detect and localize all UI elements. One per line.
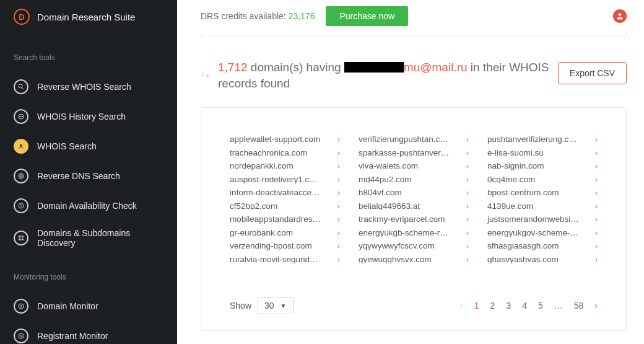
domain-link[interactable]: md44pu2.com› bbox=[359, 173, 469, 187]
svg-rect-13 bbox=[22, 239, 24, 240]
domain-link[interactable]: gr-eurobank.com› bbox=[230, 226, 340, 240]
chevron-right-icon: › bbox=[466, 229, 469, 237]
chevron-right-icon: › bbox=[595, 189, 598, 196]
domain-link[interactable]: energyukgov-scheme-…› bbox=[487, 226, 598, 240]
sidebar-item-domains-subdomains-discovery[interactable]: Domains & Subdomains Discovery bbox=[0, 221, 177, 255]
pager-ellipsis: … bbox=[554, 301, 563, 311]
app-logo-icon: D bbox=[14, 9, 30, 25]
svg-point-4 bbox=[20, 116, 22, 117]
register-icon: R bbox=[14, 198, 28, 213]
chevron-right-icon: › bbox=[595, 256, 598, 263]
domain-link[interactable]: inform-deactivateacce…› bbox=[230, 186, 340, 200]
sidebar-header: D Domain Research Suite bbox=[0, 0, 177, 36]
pager-page-2[interactable]: 2 bbox=[490, 301, 495, 311]
domain-name: energyukgov-scheme-… bbox=[487, 229, 578, 237]
sidebar-item-reverse-dns-search[interactable]: Reverse DNS Search bbox=[0, 161, 177, 191]
page-size-select[interactable]: 30 ▼ bbox=[258, 297, 293, 314]
result-count: 1,712 bbox=[218, 61, 248, 74]
domain-link[interactable]: auspost-redelivery1.c…› bbox=[230, 173, 340, 187]
chevron-right-icon: › bbox=[337, 162, 340, 170]
page-size-group: Show 30 ▼ bbox=[230, 297, 294, 314]
export-csv-button[interactable]: Export CSV bbox=[558, 62, 627, 84]
domain-link[interactable]: verzending-bpost.com› bbox=[230, 239, 340, 253]
domain-link[interactable]: belialq449663.at› bbox=[359, 200, 469, 213]
domain-name: 0cq4me.com bbox=[487, 175, 535, 184]
domain-link[interactable]: nab-signin.com› bbox=[487, 159, 598, 173]
registrant-icon: $ bbox=[14, 329, 28, 343]
domain-link[interactable]: yqywywwyfcscv.com› bbox=[359, 239, 469, 253]
domain-link[interactable]: energyukgb-scheme-r…› bbox=[359, 226, 469, 240]
domain-link[interactable]: viva-walets.com› bbox=[359, 159, 469, 173]
nav-label: Domain Availability Check bbox=[37, 201, 137, 211]
chevron-right-icon: › bbox=[595, 203, 598, 210]
domain-link[interactable]: pushtanverifizierung.c…› bbox=[487, 133, 598, 146]
domain-link[interactable]: verifizierungpushtan.c…› bbox=[359, 133, 469, 146]
domain-name: h804vf.com bbox=[359, 188, 402, 197]
sidebar-item-registrant-monitor[interactable]: $Registrant Monitor bbox=[0, 321, 177, 344]
caret-down-icon: ▼ bbox=[281, 302, 287, 309]
domain-link[interactable]: tracheachronica.com› bbox=[230, 146, 340, 160]
main-area: DRS credits available: 23,176 Purchase n… bbox=[177, 0, 644, 344]
domain-name: auspost-redelivery1.c… bbox=[230, 175, 318, 184]
domain-link[interactable]: trackmy-evriparcel.com› bbox=[359, 213, 469, 226]
chevron-right-icon: › bbox=[337, 136, 340, 143]
domain-link[interactable]: ghasvyashvas.com› bbox=[487, 253, 598, 267]
sidebar-item-domain-monitor[interactable]: Domain Monitor bbox=[0, 291, 177, 321]
domain-link[interactable]: gyewuqghvsvx.com› bbox=[359, 253, 469, 267]
domain-link[interactable]: sfhasgiasasgh.com› bbox=[487, 239, 598, 253]
sidebar-item-whois-search[interactable]: WHOIS Search bbox=[0, 131, 177, 161]
user-icon[interactable] bbox=[613, 9, 627, 23]
svg-rect-12 bbox=[19, 239, 21, 240]
query-email: mu@mail.ru bbox=[404, 61, 468, 74]
domain-link[interactable]: ruralvia-movil-segurid…› bbox=[230, 253, 340, 267]
chevron-right-icon: › bbox=[466, 149, 469, 157]
domain-column: pushtanverifizierung.c…›e-lisa-suomi.su›… bbox=[487, 133, 598, 266]
chevron-right-icon: › bbox=[466, 136, 469, 143]
search-icon bbox=[14, 79, 28, 94]
domain-link[interactable]: mobileappstandardres…› bbox=[230, 213, 340, 226]
pager-page-5[interactable]: 5 bbox=[538, 301, 543, 311]
result-summary-row: 1,712 domain(s) having mu@mail.ru in the… bbox=[201, 60, 627, 91]
domain-link[interactable]: cf52bp2.com› bbox=[230, 200, 340, 213]
whois-icon bbox=[14, 139, 28, 154]
svg-point-15 bbox=[20, 306, 22, 307]
domain-link[interactable]: h804vf.com› bbox=[359, 186, 469, 200]
pager-page-1[interactable]: 1 bbox=[474, 301, 479, 311]
domain-name: ghasvyashvas.com bbox=[487, 255, 559, 264]
svg-text:R: R bbox=[20, 204, 22, 208]
sidebar-section-monitor: Monitoring tools bbox=[0, 255, 177, 291]
chevron-right-icon: › bbox=[466, 216, 469, 223]
purchase-button[interactable]: Purchase now bbox=[326, 6, 408, 26]
domain-link[interactable]: e-lisa-suomi.su› bbox=[487, 146, 598, 160]
nav-label: Domain Monitor bbox=[37, 301, 98, 311]
redacted-email-prefix bbox=[344, 62, 404, 73]
sidebar-item-whois-history-search[interactable]: WHOIS History Search bbox=[0, 102, 177, 131]
domain-name: justsomerandomwebsi… bbox=[487, 215, 579, 224]
domain-name: sparkasse-pushtanver… bbox=[359, 149, 449, 157]
domain-link[interactable]: bpost-centrum.com› bbox=[487, 186, 598, 200]
domain-name: applewallet-support.com bbox=[230, 135, 320, 144]
domain-link[interactable]: 4139ue.com› bbox=[487, 200, 598, 213]
history-icon bbox=[14, 109, 28, 124]
domain-results-panel: applewallet-support.com›tracheachronica.… bbox=[201, 107, 627, 331]
pager-prev[interactable]: ‹ bbox=[460, 301, 463, 311]
pager-page-4[interactable]: 4 bbox=[522, 301, 527, 311]
domain-name: bpost-centrum.com bbox=[487, 188, 559, 197]
chevron-right-icon: › bbox=[595, 216, 598, 223]
chevron-right-icon: › bbox=[337, 203, 340, 210]
domain-link[interactable]: sparkasse-pushtanver…› bbox=[359, 146, 469, 160]
pager-next[interactable]: › bbox=[594, 301, 598, 311]
indent-arrow-icon bbox=[201, 69, 212, 81]
chevron-right-icon: › bbox=[466, 242, 469, 250]
domain-link[interactable]: nordepankki.com› bbox=[230, 159, 340, 173]
sidebar-item-domain-availability-check[interactable]: RDomain Availability Check bbox=[0, 191, 177, 221]
sidebar-item-reverse-whois-search[interactable]: Reverse WHOIS Search bbox=[0, 72, 177, 102]
domain-name: trackmy-evriparcel.com bbox=[359, 215, 445, 224]
domain-link[interactable]: justsomerandomwebsi…› bbox=[487, 213, 598, 226]
pager-page-58[interactable]: 58 bbox=[574, 301, 584, 311]
domain-link[interactable]: applewallet-support.com› bbox=[230, 133, 340, 146]
chevron-right-icon: › bbox=[466, 203, 469, 210]
pager-page-3[interactable]: 3 bbox=[506, 301, 511, 311]
domain-name: sfhasgiasasgh.com bbox=[487, 242, 559, 250]
domain-link[interactable]: 0cq4me.com› bbox=[487, 173, 598, 187]
